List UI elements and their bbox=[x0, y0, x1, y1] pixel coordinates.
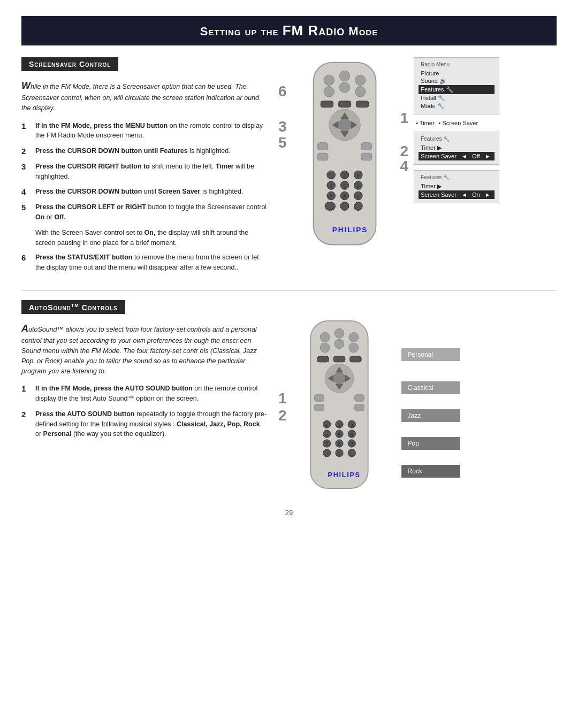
sound-classical-label: Classical bbox=[408, 384, 434, 392]
page: Setting up the FM Radio Mode Screensaver… bbox=[0, 0, 578, 728]
timer-label: Timer bbox=[216, 163, 234, 170]
svg-point-76 bbox=[348, 449, 355, 456]
tm-mark: TM bbox=[71, 303, 79, 308]
screensaver-off-row: Screen Saver ◄ Off ► bbox=[419, 152, 495, 160]
svg-text:9: 9 bbox=[356, 194, 359, 200]
remote-step-5: 5 bbox=[278, 135, 287, 150]
radio-menu-title: Radio Menu bbox=[421, 62, 492, 67]
screensaver-section: Screensaver Control While in the FM Mode… bbox=[21, 57, 557, 278]
step-bold-6: Press the STATUS/EXIT button bbox=[35, 254, 133, 261]
off-label: Off. bbox=[54, 213, 66, 221]
screensaver-intro-text: hile in the FM Mode, there is a Screensa… bbox=[21, 83, 259, 112]
screen-saver-label: Screen Saver bbox=[158, 188, 200, 195]
auto-step-bold-1: If in the FM Mode, press the AUTO SOUND … bbox=[35, 385, 193, 392]
autosound-left: AutoSoundTM Controls AutoSound™ allows y… bbox=[21, 300, 278, 498]
screensaver-step-2: 2 Press the CURSOR DOWN button until Fea… bbox=[21, 146, 268, 156]
title-em: FM Radio bbox=[283, 22, 345, 39]
title-pre: Setting up the bbox=[200, 25, 283, 38]
step-content-5: Press the CURSOR LEFT or RIGHT button to… bbox=[35, 202, 268, 223]
menu-row-features: Features 🔧 bbox=[419, 85, 495, 94]
svg-text:PHILIPS: PHILIPS bbox=[328, 471, 360, 478]
features-label: Features bbox=[160, 147, 188, 155]
page-number: 29 bbox=[21, 509, 557, 517]
svg-point-46 bbox=[320, 332, 330, 342]
menu-row-install: Install 🔧 bbox=[421, 94, 492, 102]
autosound-steps: 1 If in the FM Mode, press the AUTO SOUN… bbox=[21, 384, 268, 439]
auto-step-num-1: 1 bbox=[21, 384, 31, 393]
step-num-5: 5 bbox=[21, 202, 31, 212]
step-num-4: 4 bbox=[21, 187, 31, 196]
svg-point-3 bbox=[355, 75, 365, 85]
step-num-3: 3 bbox=[21, 162, 31, 171]
svg-rect-7 bbox=[321, 101, 333, 108]
page-title: Setting up the FM Radio Mode bbox=[21, 16, 557, 45]
sound-option-pop: Pop bbox=[401, 437, 460, 450]
svg-text:7: 7 bbox=[329, 194, 332, 200]
note-on-label: On, bbox=[144, 229, 156, 236]
autosound-intro: AutoSound™ allows you to select from fou… bbox=[21, 321, 268, 376]
features-off-title: Features 🔧 bbox=[421, 136, 492, 142]
menu-row-mode: Mode 🔧 bbox=[421, 102, 492, 110]
screensaver-note: With the Screen Saver control set to On,… bbox=[35, 228, 268, 249]
svg-text:4: 4 bbox=[325, 432, 328, 437]
sound-option-classical: Classical bbox=[401, 381, 460, 394]
step-num-1: 1 bbox=[21, 121, 31, 131]
autosound-step-1: 1 If in the FM Mode, press the AUTO SOUN… bbox=[21, 384, 268, 404]
timer-row-off: Timer ▶ bbox=[421, 144, 492, 152]
svg-text:1: 1 bbox=[325, 422, 328, 427]
menu-row-picture: Picture bbox=[421, 70, 492, 77]
sound-rock-label: Rock bbox=[408, 468, 422, 475]
auto-remote-illustration: 1 2 3 4 5 6 7 8 9 PHILIPS bbox=[291, 316, 387, 498]
screensaver-step6-list: 6 Press the STATUS/EXIT button to remove… bbox=[21, 252, 268, 273]
svg-point-1 bbox=[324, 75, 334, 85]
svg-point-42 bbox=[340, 202, 349, 211]
personal-label: Personal bbox=[43, 430, 72, 438]
step-content-2: Press the CURSOR DOWN button until Featu… bbox=[35, 146, 231, 156]
sound-option-personal: Personal bbox=[401, 348, 460, 361]
screensaver-steps: 1 If in the FM Mode, press the MENU butt… bbox=[21, 121, 268, 223]
drop-cap-a: A bbox=[21, 323, 28, 334]
screensaver-step-4: 4 Press the CURSOR DOWN button until Scr… bbox=[21, 187, 268, 197]
svg-point-51 bbox=[348, 343, 358, 352]
svg-text:5: 5 bbox=[338, 432, 340, 437]
step-content-3: Press the CURSOR RIGHT button to shift m… bbox=[35, 162, 268, 182]
svg-point-74 bbox=[323, 449, 330, 456]
step-bold-1: If in the FM Mode, press the MENU button bbox=[35, 122, 168, 129]
svg-point-75 bbox=[335, 449, 343, 456]
sound-option-rock: Rock bbox=[401, 465, 460, 478]
radio-menu-panel: Radio Menu Picture Sound 🔊 Features 🔧 In… bbox=[414, 57, 499, 114]
svg-rect-8 bbox=[338, 101, 351, 108]
svg-rect-16 bbox=[317, 143, 328, 150]
step-num-2: 2 bbox=[21, 146, 31, 156]
auto-step-content-1: If in the FM Mode, press the AUTO SOUND … bbox=[35, 384, 268, 404]
remote-illustration: 1 2 3 4 5 6 7 8 9 PHILIPS bbox=[291, 57, 398, 255]
remote-step-3: 3 bbox=[278, 119, 287, 134]
auto-step-num-2: 2 bbox=[21, 409, 31, 419]
svg-point-47 bbox=[334, 328, 344, 338]
step-bold-2: Press the CURSOR DOWN button until bbox=[35, 147, 158, 155]
screensaver-right: 6 3 5 bbox=[278, 57, 557, 278]
svg-text:9: 9 bbox=[350, 441, 353, 447]
svg-point-49 bbox=[320, 343, 330, 352]
svg-point-2 bbox=[339, 71, 349, 81]
drop-cap-w: W bbox=[21, 80, 31, 91]
screensaver-header: Screensaver Control bbox=[21, 57, 118, 71]
auto-remote-step-2: 2 bbox=[278, 408, 287, 423]
svg-rect-19 bbox=[361, 153, 371, 160]
bullet-timer: • Timer bbox=[416, 120, 434, 126]
svg-text:PHILIPS: PHILIPS bbox=[332, 226, 368, 234]
menu-panels: Radio Menu Picture Sound 🔊 Features 🔧 In… bbox=[414, 57, 499, 203]
timer-row-on: Timer ▶ bbox=[421, 182, 492, 190]
section-divider bbox=[21, 290, 557, 290]
svg-point-6 bbox=[355, 87, 365, 97]
features-on-title: Features 🔧 bbox=[421, 174, 492, 180]
features-on-panel: Features 🔧 Timer ▶ Screen Saver ◄ On ► bbox=[414, 170, 499, 203]
submenu-indicator: • Timer • Screen Saver bbox=[416, 120, 499, 126]
sound-pop-label: Pop bbox=[408, 440, 419, 447]
svg-point-41 bbox=[325, 202, 333, 211]
sound-jazz-label: Jazz bbox=[408, 412, 421, 419]
remote-step-6: 6 bbox=[278, 84, 287, 99]
svg-text:3: 3 bbox=[356, 173, 359, 179]
svg-point-43 bbox=[354, 202, 362, 211]
svg-rect-52 bbox=[317, 356, 328, 362]
